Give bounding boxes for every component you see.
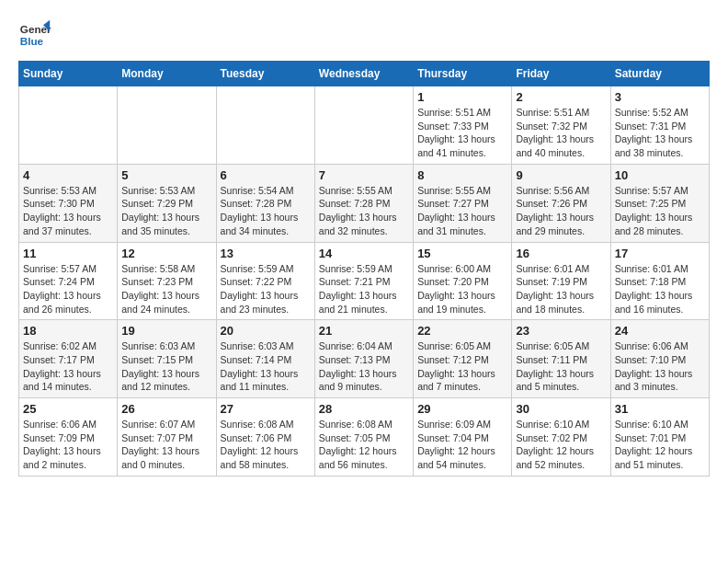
day-header-saturday: Saturday: [610, 62, 709, 86]
day-number: 15: [417, 247, 507, 260]
day-number: 30: [516, 402, 606, 416]
calendar-day-cell: 29Sunrise: 6:09 AMSunset: 7:04 PMDayligh…: [414, 398, 512, 477]
svg-text:Blue: Blue: [20, 35, 44, 47]
calendar-day-cell: 5Sunrise: 5:53 AMSunset: 7:29 PMDaylight…: [118, 164, 216, 242]
calendar-day-cell: 15Sunrise: 6:00 AMSunset: 7:20 PMDayligh…: [414, 242, 512, 320]
day-info: Sunrise: 5:59 AMSunset: 7:22 PMDaylight:…: [221, 262, 311, 316]
day-info: Sunrise: 6:07 AMSunset: 7:07 PMDaylight:…: [121, 418, 211, 472]
day-info: Sunrise: 6:06 AMSunset: 7:09 PMDaylight:…: [23, 418, 113, 472]
calendar-week-row: 4Sunrise: 5:53 AMSunset: 7:30 PMDaylight…: [19, 164, 710, 242]
calendar-day-cell: 1Sunrise: 5:51 AMSunset: 7:33 PMDaylight…: [414, 86, 512, 165]
calendar-day-cell: 13Sunrise: 5:59 AMSunset: 7:22 PMDayligh…: [216, 242, 314, 320]
calendar-week-row: 18Sunrise: 6:02 AMSunset: 7:17 PMDayligh…: [19, 320, 710, 398]
calendar-day-cell: 22Sunrise: 6:05 AMSunset: 7:12 PMDayligh…: [414, 320, 512, 398]
calendar-table: SundayMondayTuesdayWednesdayThursdayFrid…: [18, 61, 710, 477]
day-header-thursday: Thursday: [414, 62, 512, 86]
day-info: Sunrise: 6:06 AMSunset: 7:10 PMDaylight:…: [615, 339, 705, 394]
day-number: 16: [516, 247, 606, 260]
calendar-day-cell: 20Sunrise: 6:03 AMSunset: 7:14 PMDayligh…: [216, 320, 314, 398]
calendar-day-cell: 12Sunrise: 5:58 AMSunset: 7:23 PMDayligh…: [118, 242, 216, 320]
calendar-day-cell: 9Sunrise: 5:56 AMSunset: 7:26 PMDaylight…: [512, 164, 610, 242]
day-info: Sunrise: 6:01 AMSunset: 7:18 PMDaylight:…: [615, 262, 705, 316]
day-header-tuesday: Tuesday: [216, 62, 314, 86]
calendar-day-cell: [314, 86, 413, 165]
day-number: 17: [615, 247, 705, 260]
day-info: Sunrise: 5:54 AMSunset: 7:28 PMDaylight:…: [221, 184, 311, 238]
day-number: 13: [221, 247, 311, 260]
calendar-day-cell: 14Sunrise: 5:59 AMSunset: 7:21 PMDayligh…: [314, 242, 413, 320]
day-number: 1: [417, 90, 507, 104]
day-number: 14: [319, 247, 409, 260]
day-number: 27: [221, 402, 311, 416]
calendar-day-cell: 3Sunrise: 5:52 AMSunset: 7:31 PMDaylight…: [610, 86, 709, 165]
day-number: 2: [516, 90, 606, 104]
day-info: Sunrise: 6:00 AMSunset: 7:20 PMDaylight:…: [417, 262, 507, 316]
calendar-day-cell: 28Sunrise: 6:08 AMSunset: 7:05 PMDayligh…: [314, 398, 413, 477]
day-header-friday: Friday: [512, 62, 610, 86]
page-header: General Blue: [18, 18, 710, 52]
calendar-day-cell: 27Sunrise: 6:08 AMSunset: 7:06 PMDayligh…: [216, 398, 314, 477]
day-header-wednesday: Wednesday: [314, 62, 413, 86]
day-info: Sunrise: 5:52 AMSunset: 7:31 PMDaylight:…: [615, 106, 705, 160]
day-number: 9: [516, 168, 606, 182]
calendar-day-cell: 6Sunrise: 5:54 AMSunset: 7:28 PMDaylight…: [216, 164, 314, 242]
day-number: 10: [615, 168, 705, 182]
calendar-day-cell: 2Sunrise: 5:51 AMSunset: 7:32 PMDaylight…: [512, 86, 610, 165]
day-number: 22: [417, 324, 507, 338]
day-info: Sunrise: 5:55 AMSunset: 7:27 PMDaylight:…: [417, 184, 507, 238]
day-info: Sunrise: 5:51 AMSunset: 7:33 PMDaylight:…: [417, 106, 507, 160]
day-number: 5: [121, 168, 211, 182]
day-info: Sunrise: 6:08 AMSunset: 7:05 PMDaylight:…: [319, 418, 409, 472]
day-info: Sunrise: 5:51 AMSunset: 7:32 PMDaylight:…: [516, 106, 606, 160]
day-info: Sunrise: 6:10 AMSunset: 7:02 PMDaylight:…: [516, 418, 606, 472]
calendar-day-cell: [216, 86, 314, 165]
day-info: Sunrise: 6:05 AMSunset: 7:11 PMDaylight:…: [516, 339, 606, 394]
day-info: Sunrise: 5:57 AMSunset: 7:25 PMDaylight:…: [615, 184, 705, 238]
day-number: 29: [417, 402, 507, 416]
day-info: Sunrise: 6:03 AMSunset: 7:14 PMDaylight:…: [221, 339, 311, 394]
calendar-day-cell: 11Sunrise: 5:57 AMSunset: 7:24 PMDayligh…: [19, 242, 118, 320]
day-number: 20: [221, 324, 311, 338]
day-info: Sunrise: 5:53 AMSunset: 7:29 PMDaylight:…: [121, 184, 211, 238]
day-number: 23: [516, 324, 606, 338]
day-number: 6: [221, 168, 311, 182]
calendar-day-cell: [118, 86, 216, 165]
calendar-day-cell: 18Sunrise: 6:02 AMSunset: 7:17 PMDayligh…: [19, 320, 118, 398]
day-info: Sunrise: 5:56 AMSunset: 7:26 PMDaylight:…: [516, 184, 606, 238]
day-number: 19: [121, 324, 211, 338]
day-info: Sunrise: 6:03 AMSunset: 7:15 PMDaylight:…: [121, 339, 211, 394]
logo-icon: General Blue: [18, 18, 51, 52]
calendar-day-cell: 30Sunrise: 6:10 AMSunset: 7:02 PMDayligh…: [512, 398, 610, 477]
calendar-day-cell: 16Sunrise: 6:01 AMSunset: 7:19 PMDayligh…: [512, 242, 610, 320]
day-number: 21: [319, 324, 409, 338]
day-number: 24: [615, 324, 705, 338]
calendar-day-cell: 7Sunrise: 5:55 AMSunset: 7:28 PMDaylight…: [314, 164, 413, 242]
calendar-day-cell: 25Sunrise: 6:06 AMSunset: 7:09 PMDayligh…: [19, 398, 118, 477]
day-header-monday: Monday: [118, 62, 216, 86]
logo: General Blue: [18, 18, 51, 52]
calendar-header-row: SundayMondayTuesdayWednesdayThursdayFrid…: [19, 62, 710, 86]
calendar-day-cell: 10Sunrise: 5:57 AMSunset: 7:25 PMDayligh…: [610, 164, 709, 242]
calendar-day-cell: 24Sunrise: 6:06 AMSunset: 7:10 PMDayligh…: [610, 320, 709, 398]
day-header-sunday: Sunday: [19, 62, 118, 86]
day-info: Sunrise: 5:53 AMSunset: 7:30 PMDaylight:…: [23, 184, 113, 238]
day-info: Sunrise: 5:57 AMSunset: 7:24 PMDaylight:…: [23, 262, 113, 316]
day-info: Sunrise: 5:59 AMSunset: 7:21 PMDaylight:…: [319, 262, 409, 316]
day-info: Sunrise: 6:05 AMSunset: 7:12 PMDaylight:…: [417, 339, 507, 394]
day-number: 11: [23, 247, 113, 260]
day-info: Sunrise: 6:08 AMSunset: 7:06 PMDaylight:…: [221, 418, 311, 472]
day-info: Sunrise: 6:04 AMSunset: 7:13 PMDaylight:…: [319, 339, 409, 394]
day-number: 3: [615, 90, 705, 104]
day-info: Sunrise: 6:02 AMSunset: 7:17 PMDaylight:…: [23, 339, 113, 394]
day-number: 7: [319, 168, 409, 182]
calendar-day-cell: 17Sunrise: 6:01 AMSunset: 7:18 PMDayligh…: [610, 242, 709, 320]
day-info: Sunrise: 5:55 AMSunset: 7:28 PMDaylight:…: [319, 184, 409, 238]
day-number: 26: [121, 402, 211, 416]
day-number: 8: [417, 168, 507, 182]
day-number: 25: [23, 402, 113, 416]
day-number: 12: [121, 247, 211, 260]
day-info: Sunrise: 6:09 AMSunset: 7:04 PMDaylight:…: [417, 418, 507, 472]
calendar-day-cell: 21Sunrise: 6:04 AMSunset: 7:13 PMDayligh…: [314, 320, 413, 398]
day-number: 31: [615, 402, 705, 416]
calendar-week-row: 25Sunrise: 6:06 AMSunset: 7:09 PMDayligh…: [19, 398, 710, 477]
